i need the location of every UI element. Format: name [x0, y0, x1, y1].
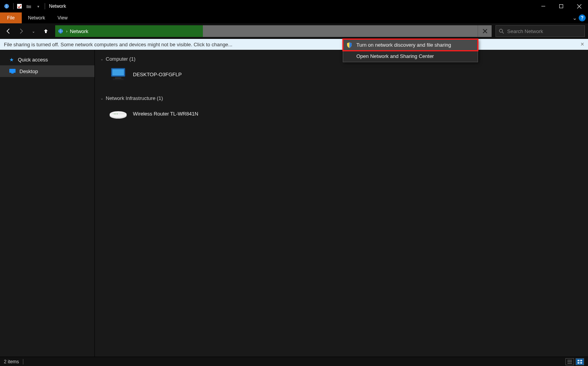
address-network-icon: [58, 28, 64, 34]
sidebar-item-desktop[interactable]: Desktop: [0, 65, 94, 77]
svg-rect-12: [11, 73, 14, 74]
navigation-bar: ⌄ › Network Search Network: [0, 23, 588, 39]
view-details-button[interactable]: [565, 358, 574, 365]
ctx-item-label: Turn on network discovery and file shari…: [356, 42, 451, 48]
tab-view[interactable]: View: [51, 12, 74, 23]
info-bar-close-icon[interactable]: ×: [581, 41, 584, 48]
separator: [45, 3, 45, 9]
forward-button[interactable]: [16, 26, 26, 37]
item-router[interactable]: Wireless Router TL-WR841N: [109, 103, 585, 124]
svg-rect-26: [578, 360, 579, 361]
svg-point-22: [117, 114, 118, 114]
item-label: DESKTOP-O3FGFLP: [133, 72, 181, 77]
window-title: Network: [49, 4, 66, 9]
refresh-stop-button[interactable]: [478, 25, 492, 37]
content-pane[interactable]: ⌄ Computer (1) DESKTOP-O3FGFLP ⌄ Network…: [95, 50, 588, 357]
group-header-label: Network Infrastructure (1): [106, 95, 163, 101]
svg-rect-28: [578, 362, 579, 364]
recent-dropdown-icon[interactable]: ⌄: [28, 26, 39, 37]
sidebar-item-label: Desktop: [19, 68, 38, 74]
item-computer[interactable]: DESKTOP-O3FGFLP: [109, 64, 585, 84]
svg-rect-16: [113, 79, 124, 80]
help-icon[interactable]: ?: [579, 14, 586, 21]
ctx-item-label: Open Network and Sharing Center: [356, 53, 434, 59]
svg-rect-27: [580, 360, 582, 361]
navigation-pane: ★ Quick access Desktop: [0, 50, 95, 357]
svg-rect-15: [115, 77, 121, 79]
view-large-icons-button[interactable]: [576, 358, 584, 365]
chevron-down-icon: ⌄: [100, 96, 103, 100]
group-header-network-infra[interactable]: ⌄ Network Infrastructure (1): [100, 95, 585, 101]
uac-shield-icon: [346, 42, 352, 48]
ctx-turn-on-sharing[interactable]: Turn on network discovery and file shari…: [343, 39, 478, 51]
breadcrumb-network[interactable]: Network: [70, 28, 89, 34]
search-placeholder: Search Network: [507, 28, 543, 34]
separator: [23, 359, 23, 364]
info-bar-message: File sharing is turned off. Some network…: [4, 42, 232, 47]
svg-rect-29: [580, 362, 582, 364]
chevron-down-icon: ⌄: [100, 57, 103, 61]
info-bar[interactable]: File sharing is turned off. Some network…: [0, 39, 588, 50]
network-app-icon: [2, 2, 11, 11]
sidebar-item-quick-access[interactable]: ★ Quick access: [0, 54, 94, 65]
up-button[interactable]: [40, 26, 51, 37]
title-bar: ▾ Network: [0, 0, 588, 12]
status-bar: 2 items: [0, 357, 588, 366]
back-button[interactable]: [3, 26, 14, 37]
file-tab[interactable]: File: [0, 12, 22, 23]
svg-point-20: [114, 114, 115, 114]
ribbon-collapse-icon[interactable]: ⌄: [572, 15, 577, 21]
search-icon: [499, 29, 504, 34]
maximize-button[interactable]: [552, 0, 570, 12]
status-item-count: 2 items: [4, 359, 19, 364]
ribbon-tabs: File Network View ⌄ ?: [0, 12, 588, 23]
computer-icon: [109, 67, 127, 82]
minimize-button[interactable]: [534, 0, 552, 12]
address-bar[interactable]: › Network: [55, 25, 492, 37]
qat-newfolder-icon[interactable]: [24, 2, 33, 11]
svg-rect-11: [9, 69, 16, 73]
star-icon: ★: [9, 57, 14, 63]
svg-point-21: [115, 114, 116, 114]
svg-rect-19: [111, 113, 125, 114]
qat-properties-icon[interactable]: [15, 2, 24, 11]
search-input[interactable]: Search Network: [496, 25, 585, 37]
router-icon: [109, 106, 127, 121]
item-label: Wireless Router TL-WR841N: [133, 111, 198, 117]
svg-rect-3: [560, 5, 563, 8]
group-header-label: Computer (1): [106, 56, 136, 62]
sidebar-item-label: Quick access: [18, 57, 48, 63]
separator: [13, 3, 14, 9]
qat-dropdown-icon[interactable]: ▾: [34, 2, 42, 11]
desktop-icon: [9, 69, 16, 74]
svg-line-10: [502, 32, 504, 33]
tab-network[interactable]: Network: [22, 12, 51, 23]
breadcrumb-separator-icon: ›: [66, 29, 68, 33]
close-button[interactable]: [570, 0, 588, 12]
context-menu: Turn on network discovery and file shari…: [343, 39, 478, 62]
svg-rect-14: [112, 69, 124, 75]
svg-point-9: [499, 29, 503, 32]
ctx-open-sharing-center[interactable]: Open Network and Sharing Center: [343, 51, 478, 62]
